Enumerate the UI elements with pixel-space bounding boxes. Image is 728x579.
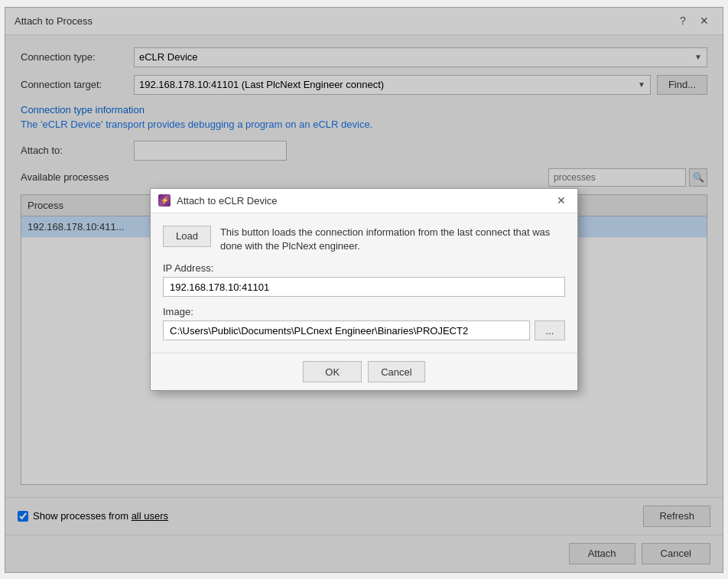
load-description: This button loads the connection informa… [220,226,565,253]
modal-body: Load This button loads the connection in… [151,213,577,353]
image-input-row: ... [163,320,565,340]
load-button[interactable]: Load [163,226,211,247]
modal-ok-button[interactable]: OK [303,361,362,382]
image-label: Image: [163,306,565,317]
vs-logo-icon: ⚡ [158,194,171,207]
modal-overlay: ⚡ Attach to eCLR Device ✕ Load This butt… [5,8,723,572]
modal-title-bar: ⚡ Attach to eCLR Device ✕ [151,189,577,213]
main-dialog: Attach to Process ? ✕ Connection type: e… [5,7,723,573]
modal-cancel-button[interactable]: Cancel [368,361,424,382]
image-field: Image: ... [163,306,565,340]
ip-address-field: IP Address: [163,262,565,297]
browse-button[interactable]: ... [535,320,565,340]
ip-address-label: IP Address: [163,262,565,274]
modal-title: Attach to eCLR Device [177,195,278,207]
modal-title-left: ⚡ Attach to eCLR Device [158,194,278,207]
image-input[interactable] [163,320,530,340]
modal-load-row: Load This button loads the connection in… [163,226,565,253]
modal-close-button[interactable]: ✕ [553,192,570,209]
modal-footer: OK Cancel [151,353,577,390]
ip-address-input[interactable] [163,277,565,297]
modal-dialog: ⚡ Attach to eCLR Device ✕ Load This butt… [150,188,578,391]
